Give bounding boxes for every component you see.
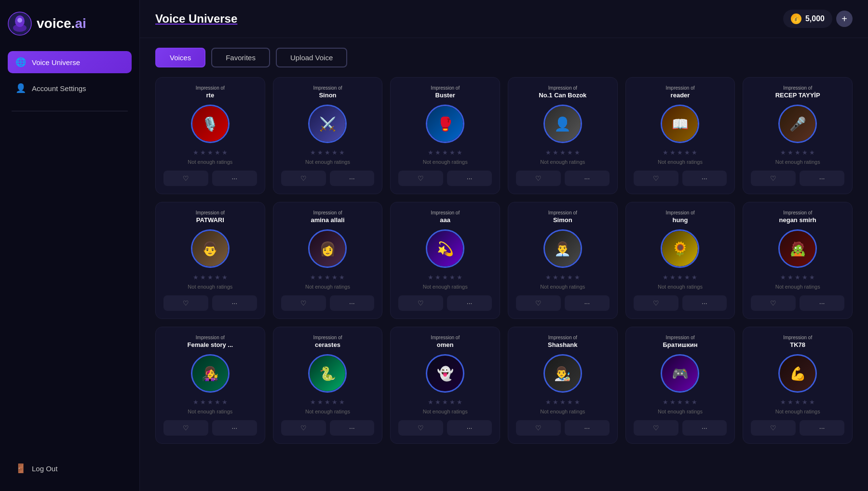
card-actions: ♡ ··· bbox=[516, 171, 610, 186]
ratings-text: Not enough ratings bbox=[423, 159, 468, 165]
card-name: PATWARI bbox=[163, 216, 257, 224]
star-rating: ★ ★ ★ ★ ★ bbox=[428, 274, 462, 281]
more-options-button[interactable]: ··· bbox=[565, 295, 610, 311]
card-impression-label: Impression of bbox=[196, 85, 225, 91]
favorite-button[interactable]: ♡ bbox=[516, 171, 561, 186]
star-rating: ★ ★ ★ ★ ★ bbox=[193, 398, 228, 406]
favorite-button[interactable]: ♡ bbox=[634, 171, 678, 186]
favorite-button[interactable]: ♡ bbox=[634, 295, 678, 311]
favorite-button[interactable]: ♡ bbox=[281, 420, 326, 436]
tab-voices[interactable]: Voices bbox=[155, 48, 205, 67]
more-options-button[interactable]: ··· bbox=[682, 171, 727, 186]
avatar-ring: 🎙️ bbox=[191, 105, 230, 143]
voice-card-female[interactable]: Impression of Female story ... 👩‍🎤 ★ ★ ★… bbox=[155, 327, 265, 444]
favorite-button[interactable]: ♡ bbox=[281, 171, 326, 186]
favorite-button[interactable]: ♡ bbox=[163, 171, 208, 186]
voice-card-recep[interactable]: Impression of RECEP TAYYİP 🎤 ★ ★ ★ ★ ★ N… bbox=[743, 77, 853, 194]
card-impression-label: Impression of bbox=[783, 335, 812, 340]
card-name: aaa bbox=[398, 216, 492, 224]
sidebar-item-voice-universe[interactable]: 🌐 Voice Universe bbox=[8, 51, 132, 73]
star-rating: ★ ★ ★ ★ ★ bbox=[663, 274, 697, 281]
voice-card-rte[interactable]: Impression of rte 🎙️ ★ ★ ★ ★ ★ Not enoug… bbox=[155, 77, 265, 194]
favorite-button[interactable]: ♡ bbox=[398, 420, 443, 436]
voice-grid: Impression of rte 🎙️ ★ ★ ★ ★ ★ Not enoug… bbox=[155, 77, 853, 444]
avatar: 👨 bbox=[192, 231, 228, 266]
voice-card-reader[interactable]: Impression of reader 📖 ★ ★ ★ ★ ★ Not eno… bbox=[625, 77, 735, 194]
logout-button[interactable]: 🚪 Log Out bbox=[8, 457, 132, 479]
more-options-button[interactable]: ··· bbox=[800, 420, 844, 436]
avatar: ⚔️ bbox=[310, 106, 345, 142]
more-options-button[interactable]: ··· bbox=[447, 295, 492, 311]
voice-card-simon[interactable]: Impression of Simon 👨‍💼 ★ ★ ★ ★ ★ Not en… bbox=[508, 202, 618, 319]
voice-card-tk78[interactable]: Impression of TK78 💪 ★ ★ ★ ★ ★ Not enoug… bbox=[743, 327, 853, 444]
account-settings-icon: 👤 bbox=[15, 83, 26, 93]
card-actions: ♡ ··· bbox=[281, 420, 375, 436]
more-options-button[interactable]: ··· bbox=[565, 420, 610, 436]
voice-card-sinon[interactable]: Impression of Sinon ⚔️ ★ ★ ★ ★ ★ Not eno… bbox=[273, 77, 383, 194]
favorite-button[interactable]: ♡ bbox=[516, 420, 561, 436]
ratings-text: Not enough ratings bbox=[775, 159, 820, 165]
favorite-button[interactable]: ♡ bbox=[751, 171, 796, 186]
avatar: 🎮 bbox=[662, 356, 698, 391]
card-name: Братишкин bbox=[634, 341, 727, 348]
more-options-button[interactable]: ··· bbox=[682, 420, 727, 436]
avatar-ring: 🐍 bbox=[308, 354, 347, 393]
ratings-text: Not enough ratings bbox=[775, 409, 820, 414]
favorite-button[interactable]: ♡ bbox=[281, 295, 326, 311]
coin-badge: 💰 5,000 bbox=[783, 10, 832, 28]
card-impression-label: Impression of bbox=[783, 85, 812, 91]
star-rating: ★ ★ ★ ★ ★ bbox=[193, 274, 228, 281]
card-impression-label: Impression of bbox=[431, 210, 460, 215]
more-options-button[interactable]: ··· bbox=[565, 171, 610, 186]
more-options-button[interactable]: ··· bbox=[330, 171, 375, 186]
voice-card-aaa[interactable]: Impression of aaa 💫 ★ ★ ★ ★ ★ Not enough… bbox=[390, 202, 500, 319]
card-actions: ♡ ··· bbox=[634, 420, 727, 436]
ratings-text: Not enough ratings bbox=[423, 284, 468, 290]
grid-container[interactable]: Impression of rte 🎙️ ★ ★ ★ ★ ★ Not enoug… bbox=[140, 67, 868, 491]
card-actions: ♡ ··· bbox=[516, 420, 610, 436]
avatar: 👩‍🎤 bbox=[192, 356, 228, 391]
card-name: omen bbox=[398, 341, 492, 348]
ratings-text: Not enough ratings bbox=[305, 284, 350, 290]
more-options-button[interactable]: ··· bbox=[800, 171, 844, 186]
voice-card-cerastes[interactable]: Impression of cerastes 🐍 ★ ★ ★ ★ ★ Not e… bbox=[273, 327, 383, 444]
tab-upload-voice[interactable]: Upload Voice bbox=[276, 48, 347, 67]
card-impression-label: Impression of bbox=[548, 85, 577, 91]
card-name: reader bbox=[634, 92, 727, 99]
voice-card-hung[interactable]: Impression of hung 🌻 ★ ★ ★ ★ ★ Not enoug… bbox=[625, 202, 735, 319]
card-impression-label: Impression of bbox=[313, 85, 342, 91]
favorite-button[interactable]: ♡ bbox=[751, 295, 796, 311]
favorite-button[interactable]: ♡ bbox=[163, 295, 208, 311]
voice-card-negan[interactable]: Impression of negan smirh 🧟 ★ ★ ★ ★ ★ No… bbox=[743, 202, 853, 319]
voice-card-amina[interactable]: Impression of amina allali 👩 ★ ★ ★ ★ ★ N… bbox=[273, 202, 383, 319]
voice-card-patwari[interactable]: Impression of PATWARI 👨 ★ ★ ★ ★ ★ Not en… bbox=[155, 202, 265, 319]
more-options-button[interactable]: ··· bbox=[447, 420, 492, 436]
favorite-button[interactable]: ♡ bbox=[398, 295, 443, 311]
more-options-button[interactable]: ··· bbox=[212, 171, 257, 186]
more-options-button[interactable]: ··· bbox=[682, 295, 727, 311]
favorite-button[interactable]: ♡ bbox=[634, 420, 678, 436]
more-options-button[interactable]: ··· bbox=[212, 420, 257, 436]
voice-card-omen[interactable]: Impression of omen 👻 ★ ★ ★ ★ ★ Not enoug… bbox=[390, 327, 500, 444]
more-options-button[interactable]: ··· bbox=[330, 420, 375, 436]
sidebar-item-account-settings[interactable]: 👤 Account Settings bbox=[8, 77, 132, 99]
add-coins-button[interactable]: + bbox=[836, 11, 853, 27]
card-impression-label: Impression of bbox=[665, 335, 694, 340]
ratings-text: Not enough ratings bbox=[540, 159, 585, 165]
voice-card-nocan[interactable]: Impression of No.1 Can Bozok 👤 ★ ★ ★ ★ ★… bbox=[508, 77, 618, 194]
more-options-button[interactable]: ··· bbox=[212, 295, 257, 311]
more-options-button[interactable]: ··· bbox=[800, 295, 844, 311]
card-name: Buster bbox=[398, 92, 492, 99]
more-options-button[interactable]: ··· bbox=[447, 171, 492, 186]
favorite-button[interactable]: ♡ bbox=[398, 171, 443, 186]
avatar-ring: 👩‍🎤 bbox=[191, 354, 230, 393]
tab-favorites[interactable]: Favorites bbox=[211, 48, 270, 67]
favorite-button[interactable]: ♡ bbox=[516, 295, 561, 311]
voice-card-shashank[interactable]: Impression of Shashank 👨‍🎨 ★ ★ ★ ★ ★ Not… bbox=[508, 327, 618, 444]
star-rating: ★ ★ ★ ★ ★ bbox=[428, 398, 462, 406]
favorite-button[interactable]: ♡ bbox=[163, 420, 208, 436]
voice-card-buster[interactable]: Impression of Buster 🥊 ★ ★ ★ ★ ★ Not eno… bbox=[390, 77, 500, 194]
voice-card-bratishkin[interactable]: Impression of Братишкин 🎮 ★ ★ ★ ★ ★ Not … bbox=[625, 327, 735, 444]
more-options-button[interactable]: ··· bbox=[330, 295, 375, 311]
favorite-button[interactable]: ♡ bbox=[751, 420, 796, 436]
